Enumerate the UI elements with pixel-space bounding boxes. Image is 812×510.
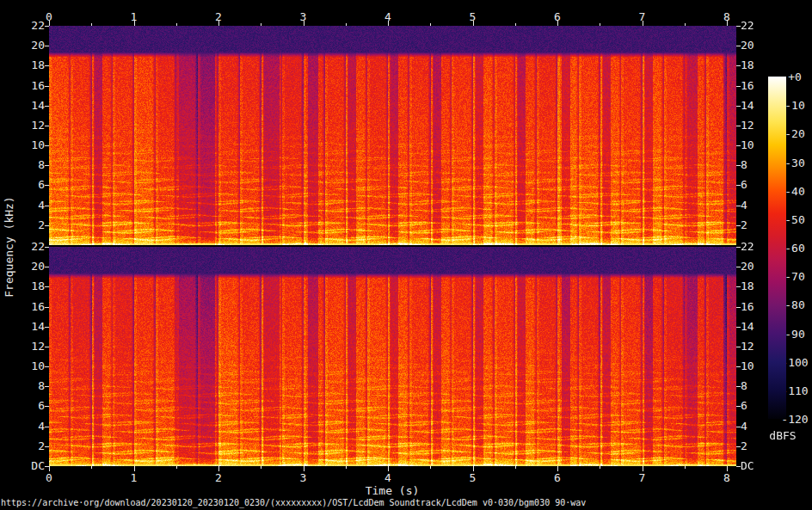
freq-tick-label: DC <box>741 460 772 471</box>
freq-tick-label: 10 <box>741 139 772 151</box>
freq-tick-label: 4 <box>19 421 45 432</box>
time-tick-label: 3 <box>291 472 317 483</box>
time-minor-tick <box>515 23 516 26</box>
time-minor-tick <box>430 23 431 26</box>
time-minor-tick <box>261 23 261 26</box>
time-tick <box>304 21 304 26</box>
spectrogram-channel-2 <box>49 247 736 466</box>
freq-tick-label: 14 <box>741 321 772 332</box>
freq-tick-label: 16 <box>19 301 45 312</box>
freq-tick <box>45 165 49 166</box>
spectrogram-channel-1 <box>49 26 736 245</box>
freq-tick <box>45 386 49 387</box>
colorbar-gradient <box>768 77 786 419</box>
freq-tick-label: 20 <box>19 40 45 51</box>
time-minor-tick <box>346 466 347 469</box>
time-axis-title: Time (s) <box>306 484 478 497</box>
freq-tick-label: 22 <box>741 20 772 31</box>
freq-tick-label: 22 <box>741 241 772 252</box>
freq-tick-label: 16 <box>19 80 45 91</box>
freq-tick-label: 18 <box>741 59 772 71</box>
time-tick-label: 7 <box>630 472 655 483</box>
freq-tick <box>45 406 49 407</box>
freq-tick <box>45 307 49 308</box>
freq-tick-label: 16 <box>741 301 772 312</box>
time-minor-tick <box>430 466 431 469</box>
freq-tick-label: 22 <box>19 20 45 31</box>
freq-tick-label: 20 <box>741 261 772 272</box>
time-tick-label: 5 <box>460 472 486 483</box>
freq-tick <box>45 106 49 107</box>
time-tick-label: 2 <box>206 472 231 483</box>
time-minor-tick <box>91 23 92 26</box>
freq-tick-label: 16 <box>741 80 772 91</box>
freq-tick <box>45 86 49 87</box>
freq-tick <box>45 126 49 126</box>
freq-tick-label: 20 <box>19 261 45 272</box>
freq-tick-label: 6 <box>19 179 45 190</box>
freq-tick <box>45 286 49 287</box>
freq-tick-label: 12 <box>19 120 45 131</box>
freq-tick-label: 14 <box>741 100 772 111</box>
freq-tick <box>45 206 49 206</box>
freq-tick <box>45 247 49 248</box>
freq-tick-label: 4 <box>19 200 45 211</box>
time-minor-tick <box>176 466 177 469</box>
freq-tick-label: 20 <box>741 40 772 51</box>
time-minor-tick <box>600 466 600 469</box>
time-tick <box>473 21 474 26</box>
freq-tick <box>45 46 49 46</box>
time-tick <box>557 21 558 26</box>
time-tick-label: 0 <box>36 472 62 483</box>
freq-tick <box>45 466 49 467</box>
time-minor-tick <box>261 466 261 469</box>
freq-tick-label: 8 <box>19 159 45 170</box>
freq-tick <box>45 185 49 186</box>
freq-tick-label: 6 <box>741 179 772 190</box>
freq-tick <box>45 267 49 267</box>
freq-tick-label: 10 <box>741 360 772 372</box>
freq-tick-label: 8 <box>741 159 772 170</box>
freq-tick <box>45 327 49 328</box>
freq-tick-label: 18 <box>741 280 772 292</box>
time-minor-tick <box>685 23 686 26</box>
freq-tick <box>45 427 49 427</box>
freq-tick <box>45 26 49 27</box>
freq-tick-label: 22 <box>19 241 45 252</box>
freq-tick-label: 2 <box>19 219 45 230</box>
time-tick-label: 1 <box>121 472 147 483</box>
freq-tick <box>45 225 49 226</box>
time-tick <box>218 21 219 26</box>
freq-tick-label: 18 <box>19 280 45 292</box>
time-tick <box>49 21 50 26</box>
freq-tick-label: 18 <box>19 59 45 71</box>
time-minor-tick <box>600 23 600 26</box>
frequency-axis-title: Frequency (kHz) <box>3 196 15 297</box>
time-tick <box>643 21 643 26</box>
freq-tick-label: 12 <box>19 341 45 352</box>
freq-tick-label: 8 <box>19 380 45 391</box>
file-url-text: https://archive·org/download/20230120_20… <box>1 498 586 507</box>
freq-tick <box>45 347 49 347</box>
freq-tick-label: 2 <box>741 219 772 230</box>
freq-tick-label: 4 <box>741 200 772 211</box>
freq-tick <box>45 145 49 146</box>
time-minor-tick <box>685 466 686 469</box>
time-minor-tick <box>515 466 516 469</box>
freq-tick <box>45 446 49 447</box>
freq-tick-label: DC <box>19 460 45 471</box>
freq-tick-label: 14 <box>19 100 45 111</box>
time-tick-label: 4 <box>375 472 401 483</box>
freq-tick <box>45 65 49 66</box>
time-tick <box>727 21 728 26</box>
freq-tick-label: 6 <box>741 400 772 411</box>
spek-spectrogram-view: 0011223344556677882222202018181616141412… <box>0 0 812 510</box>
freq-tick-label: 6 <box>19 400 45 411</box>
time-minor-tick <box>176 23 177 26</box>
freq-tick-label: 10 <box>19 139 45 151</box>
freq-tick-label: 12 <box>741 341 772 352</box>
time-minor-tick <box>346 23 347 26</box>
time-tick <box>388 21 389 26</box>
freq-tick-label: 14 <box>19 321 45 332</box>
time-minor-tick <box>91 466 92 469</box>
